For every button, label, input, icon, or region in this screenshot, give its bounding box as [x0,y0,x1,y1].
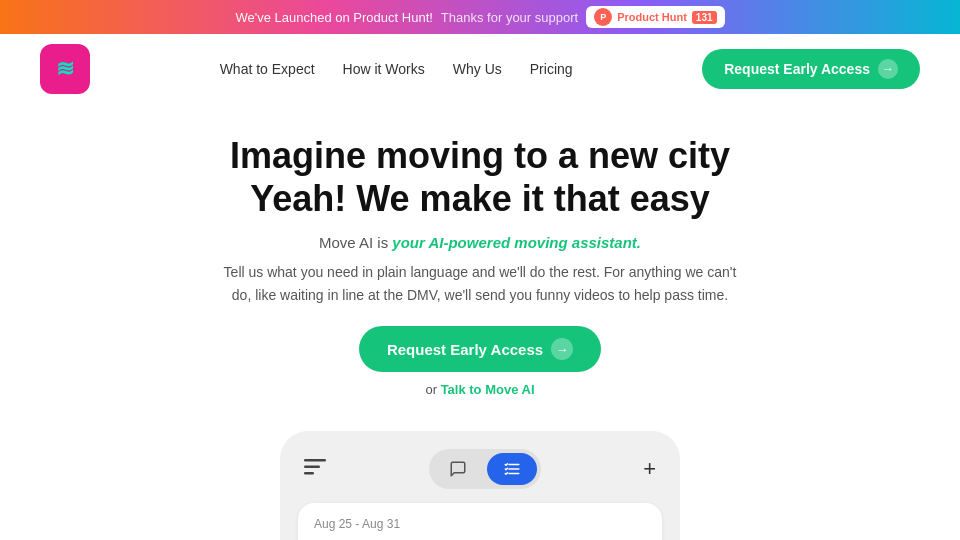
product-hunt-badge[interactable]: P Product Hunt 131 [586,6,724,28]
hero-headline: Imagine moving to a new city Yeah! We ma… [20,134,940,220]
app-mockup: + Aug 25 - Aug 31 Premier Moving Solutio… [280,431,680,540]
nav-cta-arrow-icon: → [878,59,898,79]
logo-icon: ≋ [56,56,74,82]
nav-item-how-it-works[interactable]: How it Works [343,60,425,78]
nav-cta-button[interactable]: Request Early Access → [702,49,920,89]
list-tab[interactable] [487,453,537,485]
ph-count: 131 [692,11,717,24]
chat-tab[interactable] [433,453,483,485]
hero-cta-arrow-icon: → [551,338,573,360]
talk-before: or [425,382,440,397]
hero-headline-line2: Yeah! We make it that easy [250,178,710,219]
nav-item-pricing[interactable]: Pricing [530,60,573,78]
toolbar-tab-group [429,449,541,489]
subtitle-before: Move AI is [319,234,392,251]
subtitle-link[interactable]: your AI-powered moving assistant. [392,234,641,251]
hero-section: Imagine moving to a new city Yeah! We ma… [0,104,960,417]
hero-cta-button[interactable]: Request Early Access → [359,326,601,372]
nav-links: What to Expect How it Works Why Us Prici… [220,60,573,78]
hero-description: Tell us what you need in plain language … [220,261,740,306]
svg-rect-2 [304,472,314,475]
hero-subtitle: Move AI is your AI-powered moving assist… [20,234,940,251]
nav-cta-label: Request Early Access [724,61,870,77]
menu-icon[interactable] [304,459,326,480]
add-icon[interactable]: + [643,456,656,482]
svg-rect-1 [304,465,320,468]
hero-headline-line1: Imagine moving to a new city [230,135,730,176]
talk-link-container: or Talk to Move AI [20,382,940,397]
announcement-bar: We've Launched on Product Hunt! Thanks f… [0,0,960,34]
nav-item-why-us[interactable]: Why Us [453,60,502,78]
ph-badge-text: Product Hunt [617,11,687,23]
mockup-toolbar: + [298,449,662,489]
ph-logo-icon: P [594,8,612,26]
announcement-text-before: We've Launched on Product Hunt! [235,10,432,25]
hero-cta-label: Request Early Access [387,341,543,358]
talk-to-moveai-link[interactable]: Talk to Move AI [441,382,535,397]
card-date: Aug 25 - Aug 31 [314,517,646,531]
logo[interactable]: ≋ [40,44,90,94]
navbar: ≋ What to Expect How it Works Why Us Pri… [0,34,960,104]
svg-rect-0 [304,459,326,462]
mockup-card: Aug 25 - Aug 31 Premier Moving Solutions… [298,503,662,540]
announcement-text-after: Thanks for your support [441,10,578,25]
nav-item-what-to-expect[interactable]: What to Expect [220,60,315,78]
